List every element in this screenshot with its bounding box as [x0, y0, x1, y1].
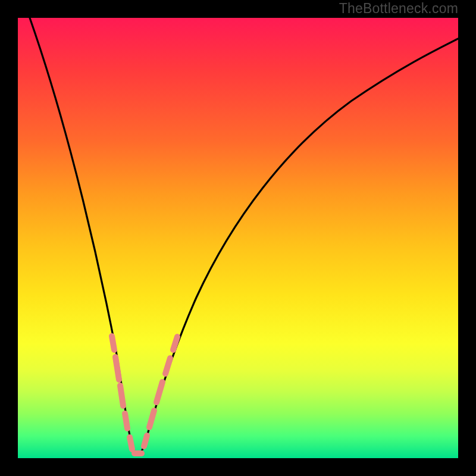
marker-dash — [149, 411, 154, 427]
curve-layer — [18, 18, 458, 458]
marker-dash — [144, 436, 147, 446]
marker-dash — [115, 357, 119, 380]
marker-dash — [173, 337, 177, 350]
bottleneck-curve — [30, 18, 458, 454]
marker-dash — [112, 336, 114, 350]
watermark-text: TheBottleneck.com — [339, 1, 458, 17]
marker-dash — [130, 437, 132, 449]
marker-dash — [165, 358, 170, 374]
plot-area — [18, 18, 458, 458]
marker-dash — [156, 382, 162, 402]
marker-group-right — [144, 337, 177, 446]
marker-dash — [125, 414, 127, 428]
marker-dash — [120, 386, 123, 406]
chart-frame: TheBottleneck.com — [0, 0, 476, 476]
